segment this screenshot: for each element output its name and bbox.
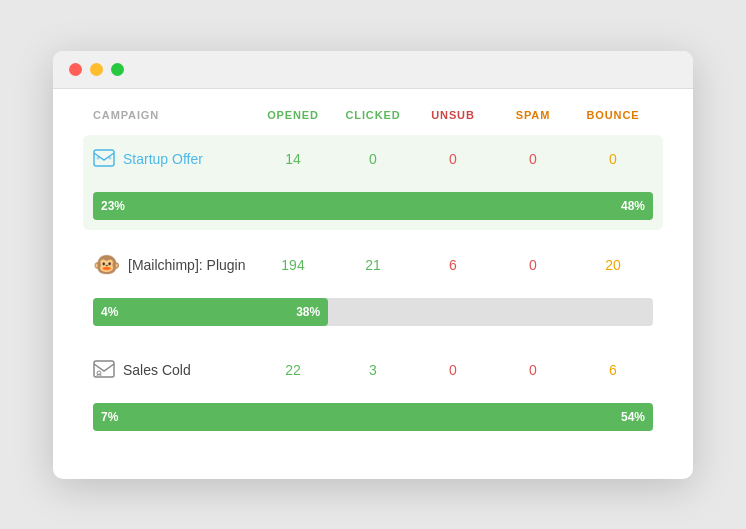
campaign-name: Sales Cold: [93, 358, 253, 383]
stat-opened: 194: [253, 257, 333, 273]
stat-spam: 0: [493, 151, 573, 167]
stat-unsub: 0: [413, 362, 493, 378]
bar-track-wrapper: 7% 54%: [93, 403, 653, 431]
bar-label-right: 48%: [621, 199, 645, 213]
bar-track: 7% 54%: [93, 403, 653, 431]
stat-spam: 0: [493, 362, 573, 378]
campaign-block-startup-offer: Startup Offer 14 0 0 0 0 23% 48%: [83, 135, 663, 230]
stat-bounce: 20: [573, 257, 653, 273]
bar-fill: 7% 54%: [93, 403, 653, 431]
stat-bounce: 6: [573, 362, 653, 378]
campaign-name: 🐵 [Mailchimp]: Plugin: [93, 252, 253, 278]
stat-clicked: 3: [333, 362, 413, 378]
stat-opened: 22: [253, 362, 333, 378]
stat-clicked: 21: [333, 257, 413, 273]
col-clicked: CLICKED: [333, 109, 413, 121]
stat-spam: 0: [493, 257, 573, 273]
minimize-dot[interactable]: [90, 63, 103, 76]
stat-bounce: 0: [573, 151, 653, 167]
bar-label-right: 38%: [296, 305, 320, 319]
mailchimp-icon: 🐵: [93, 252, 120, 278]
bar-label-left: 23%: [101, 199, 125, 213]
table-row: Sales Cold 22 3 0 0 6: [83, 346, 663, 395]
bar-track: 4% 38%: [93, 298, 653, 326]
table-row: Startup Offer 14 0 0 0 0: [83, 135, 663, 184]
bar-track: 23% 48%: [93, 192, 653, 220]
svg-point-2: [109, 156, 112, 159]
email-icon: [93, 147, 115, 172]
stat-unsub: 6: [413, 257, 493, 273]
col-campaign: CAMPAIGN: [93, 109, 253, 121]
col-unsub: UNSUB: [413, 109, 493, 121]
stat-opened: 14: [253, 151, 333, 167]
bar-label-left: 4%: [101, 305, 118, 319]
main-content: CAMPAIGN OPENED CLICKED UNSUB SPAM BOUNC…: [53, 89, 693, 479]
titlebar: [53, 51, 693, 89]
bar-row: 23% 48%: [83, 184, 663, 230]
col-bounce: BOUNCE: [573, 109, 653, 121]
campaign-title: Startup Offer: [123, 151, 203, 167]
email-icon: [93, 358, 115, 383]
maximize-dot[interactable]: [111, 63, 124, 76]
bar-label-left: 7%: [101, 410, 118, 424]
campaign-block-mailchimp-plugin: 🐵 [Mailchimp]: Plugin 194 21 6 0 20 4% 3…: [83, 240, 663, 336]
bar-track-wrapper: 4% 38%: [93, 298, 653, 326]
table-row: 🐵 [Mailchimp]: Plugin 194 21 6 0 20: [83, 240, 663, 290]
campaign-name: Startup Offer: [93, 147, 253, 172]
app-window: CAMPAIGN OPENED CLICKED UNSUB SPAM BOUNC…: [53, 51, 693, 479]
col-opened: OPENED: [253, 109, 333, 121]
table-header: CAMPAIGN OPENED CLICKED UNSUB SPAM BOUNC…: [83, 109, 663, 131]
svg-point-1: [97, 156, 100, 159]
bar-row: 7% 54%: [83, 395, 663, 441]
stat-unsub: 0: [413, 151, 493, 167]
campaign-title: [Mailchimp]: Plugin: [128, 257, 246, 273]
stat-clicked: 0: [333, 151, 413, 167]
bar-fill: 23% 48%: [93, 192, 653, 220]
col-spam: SPAM: [493, 109, 573, 121]
campaign-title: Sales Cold: [123, 362, 191, 378]
bar-label-right: 54%: [621, 410, 645, 424]
bar-fill: 4% 38%: [93, 298, 328, 326]
bar-track-wrapper: 23% 48%: [93, 192, 653, 220]
bar-row: 4% 38%: [83, 290, 663, 336]
campaign-block-sales-cold: Sales Cold 22 3 0 0 6 7% 54%: [83, 346, 663, 441]
close-dot[interactable]: [69, 63, 82, 76]
